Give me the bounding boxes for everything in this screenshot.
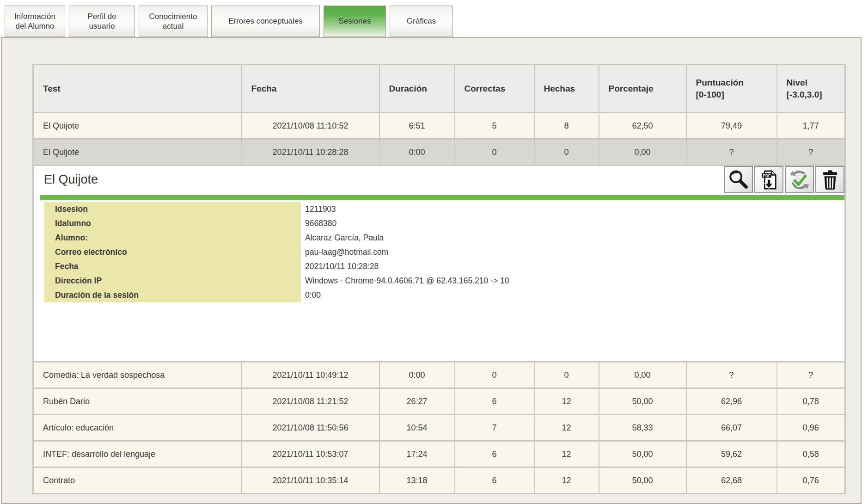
trash-button[interactable] xyxy=(815,166,844,193)
detail-field-row: Dirección IPWindows - Chrome-94.0.4606.7… xyxy=(44,274,844,288)
cell-hechas: 12 xyxy=(534,467,599,494)
column-header-duracion: Duración xyxy=(379,65,455,113)
session-row-3[interactable]: Rubén Dario2021/10/08 11:21:5226:2761250… xyxy=(33,388,845,415)
detail-field-label: Correo electrónico xyxy=(44,245,301,259)
pdf-download-button[interactable]: PDF xyxy=(754,166,783,193)
cell-hechas: 8 xyxy=(534,113,599,139)
green-divider xyxy=(40,195,844,200)
cell-puntuacion: ? xyxy=(686,362,777,388)
cell-porcentaje: 0,00 xyxy=(599,139,686,166)
cell-fecha: 2021/10/08 11:21:52 xyxy=(242,388,379,415)
cell-nivel: 0,76 xyxy=(777,467,845,494)
detail-field-row: Duración de la sesión0:00 xyxy=(44,288,844,302)
cell-nivel: 0,78 xyxy=(777,388,845,415)
cell-hechas: 12 xyxy=(534,388,599,415)
tab-conocimiento-actual[interactable]: Conocimiento actual xyxy=(139,6,208,37)
detail-field-value: 0:00 xyxy=(301,288,321,302)
column-header-test: Test xyxy=(33,65,242,113)
session-row-5[interactable]: INTEF: desarrollo del lenguaje2021/10/11… xyxy=(33,441,845,467)
detail-field-value: Alcaraz García, Paula xyxy=(301,231,384,245)
detail-field-label: Duración de la sesión xyxy=(44,288,301,302)
cell-hechas: 0 xyxy=(534,139,599,166)
column-header-fecha: Fecha xyxy=(242,65,379,113)
cell-fecha: 2021/10/11 10:53:07 xyxy=(242,441,379,467)
column-header-hechas: Hechas xyxy=(534,65,599,113)
cell-correctas: 7 xyxy=(455,415,534,441)
cell-nivel: 1,77 xyxy=(777,113,845,139)
trash-icon xyxy=(819,169,841,191)
detail-header: El Quijote PDF xyxy=(34,166,844,195)
tab-graficas[interactable]: Gráficas xyxy=(390,6,453,37)
cell-porcentaje: 0,00 xyxy=(599,362,686,388)
cell-correctas: 0 xyxy=(455,139,534,166)
session-row-6[interactable]: Contrato2021/10/11 10:35:1413:1861250,00… xyxy=(33,467,845,494)
detail-field-value: pau-laag@hotmail.com xyxy=(301,245,388,259)
cell-duracion: 17:24 xyxy=(379,441,455,467)
cell-nivel: ? xyxy=(777,362,845,388)
session-row-2[interactable]: Comedia: La verdad sospechosa2021/10/11 … xyxy=(33,362,845,388)
session-row-4[interactable]: Artículo: educación2021/10/08 11:50:5610… xyxy=(33,415,845,441)
detail-field-value: 9668380 xyxy=(301,216,336,231)
cell-fecha: 2021/10/11 10:49:12 xyxy=(242,362,379,388)
cell-duracion: 0:00 xyxy=(379,362,455,388)
cell-fecha: 2021/10/11 10:35:14 xyxy=(242,467,379,494)
cell-test: Comedia: La verdad sospechosa xyxy=(33,362,242,388)
detail-toolbar: PDF xyxy=(724,166,844,193)
cell-duracion: 26:27 xyxy=(379,388,455,415)
cell-porcentaje: 50,00 xyxy=(599,467,686,494)
cell-puntuacion: 59,62 xyxy=(686,441,777,467)
detail-field-value: 2021/10/11 10:28:28 xyxy=(301,259,379,274)
cell-correctas: 6 xyxy=(455,388,534,415)
detail-field-row: Fecha2021/10/11 10:28:28 xyxy=(44,259,844,274)
tab-sesiones[interactable]: Sesiones xyxy=(324,6,386,37)
cell-test: Contrato xyxy=(33,467,242,494)
column-header-nivel: Nivel [-3.0,3.0] xyxy=(777,65,845,113)
cell-nivel: ? xyxy=(777,139,845,166)
cell-test: El Quijote xyxy=(33,139,242,166)
detail-field-label: Alumno: xyxy=(44,231,301,245)
cell-test: INTEF: desarrollo del lenguaje xyxy=(33,441,242,467)
detail-field-label: Idsesion xyxy=(44,202,301,216)
column-header-correctas: Correctas xyxy=(455,65,534,113)
cell-test: Artículo: educación xyxy=(33,415,242,441)
cell-correctas: 0 xyxy=(455,362,534,388)
cell-porcentaje: 50,00 xyxy=(599,441,686,467)
detail-field-label: Idalumno xyxy=(44,216,301,231)
cell-nivel: 0,58 xyxy=(777,441,845,467)
tab-errores-conceptuales[interactable]: Errores conceptuales xyxy=(211,6,320,37)
cell-correctas: 6 xyxy=(455,467,534,494)
table-header-row: TestFechaDuraciónCorrectasHechasPorcenta… xyxy=(33,65,845,113)
detail-fields: Idsesion1211903Idalumno9668380Alumno:Alc… xyxy=(44,202,844,302)
session-row-0[interactable]: El Quijote2021/10/08 11:10:526:515862,50… xyxy=(33,113,845,139)
cell-test: Rubén Dario xyxy=(33,388,242,415)
cell-nivel: 0,96 xyxy=(777,415,845,441)
cell-hechas: 0 xyxy=(534,362,599,388)
cell-correctas: 5 xyxy=(455,113,534,139)
detail-title: El Quijote xyxy=(34,166,98,187)
cell-porcentaje: 58,33 xyxy=(599,415,686,441)
tab-perfil-de-usuario[interactable]: Perfil de usuario xyxy=(69,6,135,37)
tab-bar: Información del AlumnoPerfil de usuarioC… xyxy=(0,0,868,37)
detail-field-label: Fecha xyxy=(44,259,301,274)
cell-duracion: 0:00 xyxy=(379,139,455,166)
cell-puntuacion: 79,49 xyxy=(686,113,777,139)
tab-informacion-del-alumno[interactable]: Información del Alumno xyxy=(5,6,65,37)
cell-puntuacion: 62,68 xyxy=(686,467,777,494)
detail-field-value: Windows - Chrome-94.0.4606.71 @ 62.43.16… xyxy=(301,274,509,288)
magnifier-icon xyxy=(728,169,749,191)
cell-duracion: 10:54 xyxy=(379,415,455,441)
detail-field-row: Alumno:Alcaraz García, Paula xyxy=(44,231,844,245)
refresh-check-button[interactable] xyxy=(785,166,814,193)
content-panel: TestFechaDuraciónCorrectasHechasPorcenta… xyxy=(1,37,862,504)
cell-duracion: 13:18 xyxy=(379,467,455,494)
cell-puntuacion: ? xyxy=(686,139,777,166)
cell-hechas: 12 xyxy=(534,415,599,441)
cell-porcentaje: 50,00 xyxy=(599,388,686,415)
cell-hechas: 12 xyxy=(534,441,599,467)
magnifier-button[interactable] xyxy=(724,166,753,193)
refresh-check-icon xyxy=(789,169,810,191)
cell-fecha: 2021/10/08 11:10:52 xyxy=(242,113,379,139)
session-row-1[interactable]: El Quijote2021/10/11 10:28:280:00000,00?… xyxy=(33,139,845,166)
session-detail-cell: El Quijote PDF xyxy=(33,166,845,362)
cell-porcentaje: 62,50 xyxy=(599,113,686,139)
